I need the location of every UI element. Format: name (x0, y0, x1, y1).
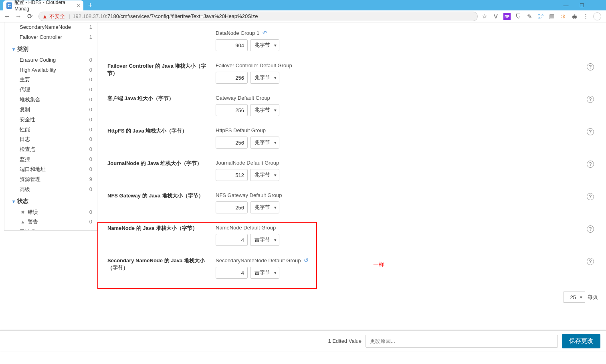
browser-tab[interactable]: C 配置 - HDFS - Cloudera Manag × (3, 0, 83, 10)
sidebar-filter-item[interactable]: 端口和地址 0 (4, 165, 97, 175)
filter-count: 0 (89, 146, 94, 153)
extension-rp-icon[interactable]: RP (503, 13, 511, 20)
sidebar-filter-item[interactable]: Erasure Coding 0 (4, 55, 97, 65)
sidebar-filter-item[interactable]: 堆栈集合 0 (4, 95, 97, 105)
sidebar-filter-item[interactable]: 高级 0 (4, 185, 97, 195)
error-icon: ✖ (20, 209, 26, 216)
sidebar-filter-item[interactable]: 主要 0 (4, 75, 97, 85)
extension-shield-icon[interactable]: ⛉ (515, 13, 522, 20)
unit-select[interactable]: 吉字节 (250, 234, 279, 246)
help-icon[interactable]: ? (587, 161, 594, 168)
filter-count: 0 (89, 56, 94, 64)
sidebar-filter-item[interactable]: 代理 0 (4, 85, 97, 95)
filter-label: 堆栈集合 (20, 96, 40, 104)
change-reason-input[interactable] (366, 335, 558, 348)
sidebar-filter-item[interactable]: ▲警告 0 (4, 217, 97, 227)
heap-size-input[interactable] (216, 267, 248, 279)
maximize-button[interactable]: ☐ (574, 0, 590, 10)
filter-label: 安全性 (20, 116, 35, 124)
sidebar-filter-item[interactable]: 日志 0 (4, 135, 97, 145)
sidebar-section-header[interactable]: ▾ 状态 (4, 195, 97, 207)
heap-size-input[interactable] (216, 72, 248, 84)
extension-v-icon[interactable]: V (492, 13, 499, 20)
filter-label: ✖错误 (20, 209, 38, 216)
per-page-label: 每页 (588, 294, 598, 301)
insecure-icon: ▲ (42, 13, 48, 20)
minimize-button[interactable]: — (558, 0, 574, 10)
unit-select[interactable]: 兆字节 (250, 39, 279, 51)
heap-size-input[interactable] (216, 39, 248, 51)
url-input[interactable]: ▲ 不安全 | 192.168.37.10:7180/cmf/services/… (38, 12, 478, 21)
sidebar-filter-item[interactable]: 监控 0 (4, 155, 97, 165)
heap-size-input[interactable] (216, 137, 248, 149)
config-group-name: HttpFS Default Group (216, 127, 602, 133)
config-row: DataNode Group 1↶ 兆字节 (101, 26, 602, 51)
sidebar-filter-item[interactable]: High Availability 0 (4, 65, 97, 75)
save-footer: 1 Edited Value 保存更改 (0, 330, 606, 351)
help-icon[interactable]: ? (587, 96, 594, 103)
sidebar-filter-item[interactable]: 检查点 0 (4, 145, 97, 155)
filter-count: 0 (89, 76, 94, 84)
edited-count-label: 1 Edited Value (328, 338, 362, 344)
save-changes-button[interactable]: 保存更改 (562, 334, 600, 348)
reload-button[interactable]: ⟳ (24, 11, 35, 22)
close-icon[interactable]: × (77, 2, 80, 9)
extension-eye-icon[interactable]: ◉ (571, 13, 578, 20)
annotation-text: 一样 (373, 261, 384, 268)
config-main: DataNode Group 1↶ 兆字节 Failover Controlle… (97, 22, 606, 340)
extension-bird-icon[interactable]: 🕊 (537, 13, 544, 20)
sidebar-section-header[interactable]: ▾ 类别 (4, 42, 97, 55)
sidebar-filter-item[interactable]: 安全性 0 (4, 115, 97, 125)
sidebar-filter-item[interactable]: ✖错误 0 (4, 207, 97, 217)
config-row: NFS Gateway 的 Java 堆栈大小（字节） NFS Gateway … (101, 192, 602, 213)
unit-select[interactable]: 兆字节 (250, 137, 279, 149)
config-group-name: Gateway Default Group (216, 95, 602, 101)
filter-label: High Availability (20, 66, 56, 74)
toolbar-icons: ☆ V RP ⛉ ✎ 🕊 ▤ ፨ ◉ ⋮ (481, 12, 604, 20)
profile-avatar[interactable] (593, 12, 601, 20)
page-size-select[interactable]: 25 (564, 292, 585, 303)
sidebar-filter-item[interactable]: Failover Controller 1 (4, 32, 97, 42)
config-value: Failover Controller Default Group 兆字节 (216, 62, 602, 84)
new-tab-button[interactable]: + (88, 1, 93, 10)
config-row: Secondary NameNode 的 Java 堆栈大小（字节） Secon… (101, 257, 602, 279)
help-icon[interactable]: ? (587, 128, 594, 135)
config-group-name: SecondaryNameNode Default Group↺ (216, 257, 602, 263)
extension-fire-icon[interactable]: ፨ (560, 13, 567, 20)
filter-sidebar: SecondaryNameNode 1Failover Controller 1… (4, 22, 97, 231)
unit-select[interactable]: 兆字节 (250, 201, 279, 213)
unit-select[interactable]: 兆字节 (250, 169, 279, 181)
history-icon[interactable]: ↺ (304, 257, 309, 263)
filter-count: 0 (89, 126, 94, 134)
tab-favicon: C (6, 2, 12, 9)
sidebar-filter-item[interactable]: 已编辑 1 (4, 227, 97, 231)
unit-select[interactable]: 兆字节 (250, 72, 279, 84)
help-icon[interactable]: ? (587, 225, 594, 233)
menu-dots-icon[interactable]: ⋮ (582, 13, 589, 20)
back-button[interactable]: ← (2, 11, 13, 22)
bookmark-star-icon[interactable]: ☆ (481, 13, 488, 20)
sidebar-filter-item[interactable]: 资源管理 9 (4, 175, 97, 185)
revert-icon[interactable]: ↶ (263, 30, 267, 36)
help-icon[interactable]: ? (587, 258, 594, 265)
forward-button[interactable]: → (13, 11, 24, 22)
sidebar-filter-item[interactable]: 性能 0 (4, 125, 97, 135)
unit-select[interactable]: 吉字节 (250, 267, 279, 279)
help-icon[interactable]: ? (587, 193, 594, 200)
filter-count: 1 (89, 24, 94, 31)
extension-edit-icon[interactable]: ✎ (526, 13, 533, 20)
filter-label: 资源管理 (20, 176, 40, 183)
help-icon[interactable]: ? (587, 63, 594, 70)
heap-size-input[interactable] (216, 169, 248, 181)
sidebar-filter-item[interactable]: 复制 0 (4, 105, 97, 115)
filter-count: 0 (89, 106, 94, 114)
close-window-button[interactable] (590, 0, 606, 10)
unit-select[interactable]: 兆字节 (250, 104, 279, 116)
sidebar-filter-item[interactable]: SecondaryNameNode 1 (4, 22, 97, 32)
filter-label: 复制 (20, 106, 30, 114)
heap-size-input[interactable] (216, 104, 248, 116)
heap-size-input[interactable] (216, 234, 248, 246)
extension-clipboard-icon[interactable]: ▤ (548, 13, 556, 20)
heap-size-input[interactable] (216, 201, 248, 213)
url-path: :7180/cmf/services/7/config#filterfreeTe… (106, 13, 258, 19)
